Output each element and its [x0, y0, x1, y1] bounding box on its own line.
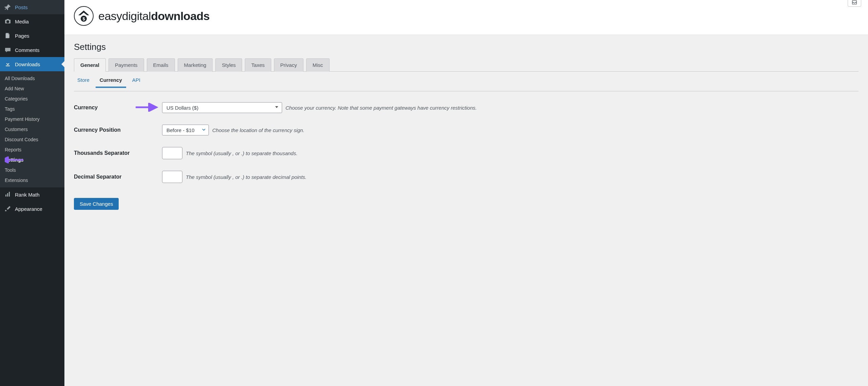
tab-styles[interactable]: Styles	[215, 58, 242, 72]
tab-privacy[interactable]: Privacy	[274, 58, 303, 72]
sidebar-item-downloads[interactable]: Downloads	[0, 57, 64, 71]
chart-icon	[4, 191, 12, 198]
sidebar-item-label: Pages	[15, 33, 29, 39]
subtab-store[interactable]: Store	[77, 77, 90, 88]
submenu-reports[interactable]: Reports	[0, 145, 64, 155]
content-area: Settings General Payments Emails Marketi…	[64, 35, 868, 223]
pages-icon	[4, 32, 12, 39]
sidebar-item-label: Appearance	[15, 206, 42, 212]
submenu-settings[interactable]: Settings	[0, 155, 64, 165]
camera-icon	[4, 18, 12, 25]
sidebar-item-appearance[interactable]: Appearance	[0, 202, 64, 216]
pin-icon	[4, 3, 12, 11]
svg-rect-0	[5, 34, 9, 38]
submenu-tools[interactable]: Tools	[0, 165, 64, 175]
admin-sidebar: Posts Media Pages Comments Downloads All…	[0, 0, 64, 386]
secondary-tabs: Store Currency API	[74, 72, 859, 91]
field-description: Choose your currency. Note that some pay…	[285, 105, 477, 111]
field-row-currency: Currency US Dollars ($) Choose your curr…	[74, 102, 859, 113]
sidebar-item-label: Media	[15, 19, 29, 24]
chevron-down-icon	[201, 127, 206, 133]
submenu-add-new[interactable]: Add New	[0, 84, 64, 94]
field-row-thousands-separator: Thousands Separator The symbol (usually …	[74, 147, 859, 159]
brush-icon	[4, 205, 12, 213]
sidebar-item-label: Rank Math	[15, 192, 40, 198]
field-row-currency-position: Currency Position Before - $10 Choose th…	[74, 125, 859, 135]
brand: $ easydigitaldownloads	[74, 6, 210, 26]
tab-payments[interactable]: Payments	[108, 58, 144, 72]
header-bar: $ easydigitaldownloads	[64, 0, 868, 35]
svg-rect-2	[5, 195, 6, 197]
chevron-down-icon	[274, 104, 280, 111]
brand-logo-icon: $	[74, 6, 94, 26]
select-value: Before - $10	[166, 127, 195, 133]
tab-general[interactable]: General	[74, 58, 106, 72]
decimal-separator-input[interactable]	[162, 171, 182, 183]
thousands-separator-input[interactable]	[162, 147, 182, 159]
sidebar-item-media[interactable]: Media	[0, 14, 64, 29]
currency-select[interactable]: US Dollars ($)	[162, 102, 282, 113]
main-content: $ easydigitaldownloads Settings General …	[64, 0, 868, 386]
field-description: The symbol (usually , or .) to separate …	[186, 150, 297, 156]
field-description: The symbol (usually , or .) to separate …	[186, 174, 307, 180]
brand-text: easydigitaldownloads	[98, 10, 210, 23]
field-row-decimal-separator: Decimal Separator The symbol (usually , …	[74, 171, 859, 183]
subtab-currency[interactable]: Currency	[100, 77, 122, 88]
currency-position-select[interactable]: Before - $10	[162, 125, 209, 135]
download-icon	[4, 60, 12, 68]
sidebar-item-pages[interactable]: Pages	[0, 29, 64, 43]
sidebar-item-label: Comments	[15, 47, 40, 53]
save-button[interactable]: Save Changes	[74, 198, 119, 210]
primary-tabs: General Payments Emails Marketing Styles…	[74, 58, 859, 72]
tab-emails[interactable]: Emails	[147, 58, 175, 72]
svg-rect-3	[7, 193, 8, 197]
subtab-api[interactable]: API	[132, 77, 140, 88]
sidebar-item-posts[interactable]: Posts	[0, 0, 64, 14]
inbox-icon	[851, 0, 857, 6]
sidebar-item-label: Posts	[15, 4, 28, 10]
field-label: Decimal Separator	[74, 174, 162, 180]
tab-misc[interactable]: Misc	[306, 58, 330, 72]
tab-marketing[interactable]: Marketing	[178, 58, 213, 72]
page-title: Settings	[74, 42, 859, 52]
sidebar-item-rank-math[interactable]: Rank Math	[0, 187, 64, 202]
svg-text:$: $	[82, 16, 85, 21]
svg-rect-4	[9, 192, 10, 197]
tab-taxes[interactable]: Taxes	[245, 58, 271, 72]
field-description: Choose the location of the currency sign…	[212, 127, 304, 133]
submenu-payment-history[interactable]: Payment History	[0, 114, 64, 124]
inbox-button[interactable]	[848, 0, 861, 7]
sidebar-submenu: All Downloads Add New Categories Tags Pa…	[0, 71, 64, 187]
submenu-extensions[interactable]: Extensions	[0, 175, 64, 185]
submenu-customers[interactable]: Customers	[0, 124, 64, 134]
submenu-tags[interactable]: Tags	[0, 104, 64, 114]
sidebar-item-label: Downloads	[15, 61, 40, 67]
submenu-categories[interactable]: Categories	[0, 94, 64, 104]
submenu-discount-codes[interactable]: Discount Codes	[0, 134, 64, 145]
field-label: Currency Position	[74, 127, 162, 133]
select-value: US Dollars ($)	[166, 105, 198, 111]
field-label: Currency	[74, 105, 162, 111]
sidebar-item-comments[interactable]: Comments	[0, 43, 64, 57]
field-label: Thousands Separator	[74, 150, 162, 156]
submenu-all-downloads[interactable]: All Downloads	[0, 73, 64, 84]
settings-form: Currency US Dollars ($) Choose your curr…	[74, 102, 859, 210]
comment-icon	[4, 46, 12, 54]
